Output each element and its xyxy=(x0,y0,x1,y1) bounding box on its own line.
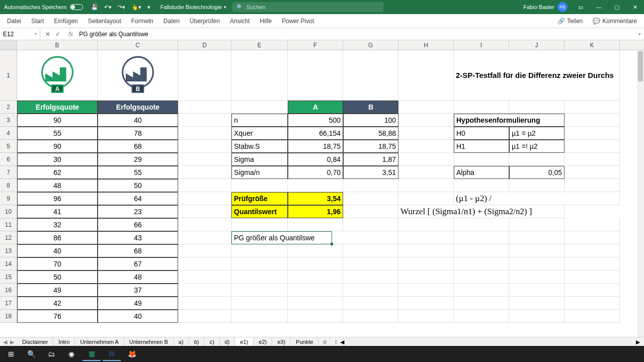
maximize-icon[interactable]: ▢ xyxy=(608,0,626,14)
cell-f9[interactable]: 3,54 xyxy=(288,192,343,205)
cell-c16[interactable]: 37 xyxy=(98,284,178,297)
share-button[interactable]: 🔗 Teilen xyxy=(552,18,588,25)
cell-b16[interactable]: 49 xyxy=(17,284,98,297)
cell-b7[interactable]: 62 xyxy=(17,166,98,179)
user-account[interactable]: Fabio Basler FB xyxy=(519,2,572,12)
worksheet-grid[interactable]: B C D E F G H I J K 1 A B 2-SP-Testfall … xyxy=(0,40,644,337)
toggle-switch[interactable] xyxy=(70,4,83,10)
sheet-nav-prev-icon[interactable]: ◀ xyxy=(3,339,7,345)
col-header-i[interactable]: I xyxy=(454,40,509,50)
tab-powerpivot[interactable]: Power Pivot xyxy=(277,14,319,28)
cell-i4[interactable]: H0 xyxy=(454,127,509,140)
cell-c10[interactable]: 23 xyxy=(98,205,178,218)
col-header-d[interactable]: D xyxy=(178,40,231,50)
undo-icon[interactable]: ↶▾ xyxy=(104,4,112,11)
row-header-14[interactable]: 14 xyxy=(0,257,17,270)
app-misc-icon[interactable]: 🗂 xyxy=(42,347,60,361)
cell-f17[interactable] xyxy=(288,297,343,310)
row-header-5[interactable]: 5 xyxy=(0,140,17,153)
row-header-11[interactable]: 11 xyxy=(0,218,17,231)
expand-formula-icon[interactable]: ▾ xyxy=(635,32,644,37)
obs-icon[interactable]: ◉ xyxy=(62,347,80,361)
search-task-icon[interactable]: 🔍 xyxy=(22,347,40,361)
row-header-6[interactable]: 6 xyxy=(0,153,17,166)
cell-g5[interactable]: 18,75 xyxy=(343,140,398,153)
close-icon[interactable]: ✕ xyxy=(626,0,644,14)
cell-b18[interactable]: 76 xyxy=(17,310,98,323)
row-header-7[interactable]: 7 xyxy=(0,166,17,179)
cell-e6[interactable]: Sigma xyxy=(231,153,288,166)
col-header-b[interactable]: B xyxy=(17,40,98,50)
autosave-toggle[interactable]: Automatisches Speichern xyxy=(0,4,87,10)
cell-f11[interactable] xyxy=(288,218,343,231)
tab-seitenlayout[interactable]: Seitenlayout xyxy=(83,14,126,28)
cell-e4[interactable]: Xquer xyxy=(231,127,288,140)
cell-g14[interactable] xyxy=(343,257,398,270)
row-header-15[interactable]: 15 xyxy=(0,270,17,284)
cell-g7[interactable]: 3,51 xyxy=(343,166,398,179)
row-header-16[interactable]: 16 xyxy=(0,284,17,297)
cell-e8[interactable] xyxy=(231,179,288,192)
word-task-icon[interactable]: W xyxy=(103,347,121,361)
cell-b1[interactable]: A xyxy=(17,50,98,101)
cell-j4[interactable]: µ1 = µ2 xyxy=(509,127,565,140)
col-header-j[interactable]: J xyxy=(509,40,565,50)
cell-g2[interactable]: B xyxy=(343,101,398,114)
cell-c15[interactable]: 48 xyxy=(98,270,178,284)
row-header-3[interactable]: 3 xyxy=(0,114,17,127)
cell-c6[interactable]: 29 xyxy=(98,153,178,166)
confirm-edit-icon[interactable]: ✓ xyxy=(55,31,60,38)
cell-e11[interactable] xyxy=(231,218,288,231)
cell-b14[interactable]: 70 xyxy=(17,257,98,270)
search-input[interactable] xyxy=(247,4,379,10)
cell-b2[interactable]: Erfolgsquote xyxy=(17,101,98,114)
cell-e18[interactable] xyxy=(231,310,288,323)
cell-f16[interactable] xyxy=(288,284,343,297)
cell-f7[interactable]: 0,70 xyxy=(288,166,343,179)
row-header-17[interactable]: 17 xyxy=(0,297,17,310)
tab-einfuegen[interactable]: Einfügen xyxy=(49,14,83,28)
row-header-9[interactable]: 9 xyxy=(0,192,17,205)
cell-c7[interactable]: 55 xyxy=(98,166,178,179)
cell-f10[interactable]: 1,96 xyxy=(288,205,343,218)
cell-c18[interactable]: 40 xyxy=(98,310,178,323)
col-header-g[interactable]: G xyxy=(343,40,398,50)
cell-c13[interactable]: 68 xyxy=(98,244,178,257)
cell-g9[interactable] xyxy=(343,192,398,205)
comments-button[interactable]: 💬 Kommentare xyxy=(588,18,642,25)
cell-e5[interactable]: Stabw.S xyxy=(231,140,288,153)
formula-input[interactable]: PG größer als Quantilswe xyxy=(76,31,635,38)
cell-e10[interactable]: Quantilswert xyxy=(231,205,288,218)
cell-c17[interactable]: 49 xyxy=(98,297,178,310)
hscroll-left-icon[interactable]: ◀ xyxy=(340,339,344,345)
cell-g3[interactable]: 100 xyxy=(343,114,398,127)
touch-mode-icon[interactable]: 👆▾ xyxy=(131,4,141,11)
cell-alpha-value[interactable]: 0,05 xyxy=(509,166,565,179)
cell-f15[interactable] xyxy=(288,270,343,284)
cell-b4[interactable]: 55 xyxy=(17,127,98,140)
col-header-e[interactable]: E xyxy=(231,40,288,50)
cell-c2[interactable]: Erfolgsquote xyxy=(98,101,178,114)
save-icon[interactable]: 💾 xyxy=(91,4,98,11)
row-header-18[interactable]: 18 xyxy=(0,310,17,323)
cell-i1-title[interactable]: 2-SP-Testfall für die Differenz zweier D… xyxy=(454,50,620,101)
cell-c9[interactable]: 64 xyxy=(98,192,178,205)
cell-b15[interactable]: 50 xyxy=(17,270,98,284)
search-box[interactable]: 🔍 xyxy=(232,2,383,12)
cell-f13[interactable] xyxy=(288,244,343,257)
row-header-4[interactable]: 4 xyxy=(0,127,17,140)
cell-f2[interactable]: A xyxy=(288,101,343,114)
cell-g8[interactable] xyxy=(343,179,398,192)
tab-ansicht[interactable]: Ansicht xyxy=(225,14,255,28)
cell-g15[interactable] xyxy=(343,270,398,284)
fx-icon[interactable]: fx xyxy=(65,31,76,38)
cell-b12[interactable]: 86 xyxy=(17,231,98,244)
tab-formeln[interactable]: Formeln xyxy=(126,14,158,28)
cell-i5[interactable]: H1 xyxy=(454,140,509,153)
cell-c3[interactable]: 40 xyxy=(98,114,178,127)
redo-icon[interactable]: ↷▾ xyxy=(118,4,125,11)
hypothesis-header[interactable]: Hypothesenformulierung xyxy=(454,114,565,127)
cell-g13[interactable] xyxy=(343,244,398,257)
cancel-edit-icon[interactable]: ✕ xyxy=(45,31,50,38)
cell-c1[interactable]: B xyxy=(98,50,178,101)
